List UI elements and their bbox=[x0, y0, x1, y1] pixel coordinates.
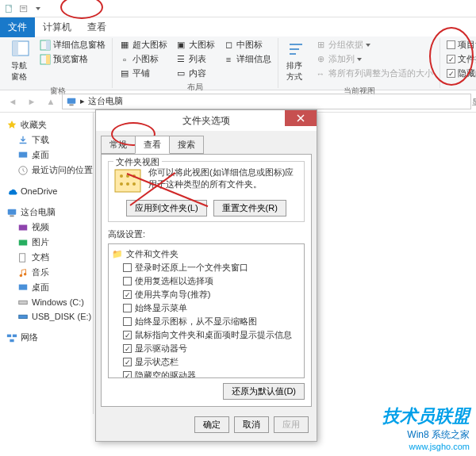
drive-icon bbox=[17, 297, 29, 308]
pictures-icon bbox=[17, 237, 29, 248]
svg-rect-16 bbox=[19, 151, 28, 157]
ribbon-group-current: 排序方式 ⊞分组依据 ⊕添加列 ↔将所有列调整为合适的大小 当前视图 bbox=[278, 38, 440, 88]
sidebar-music[interactable]: 音乐 bbox=[0, 265, 93, 280]
adv-item-label: 使用共享向导(推荐) bbox=[135, 289, 210, 301]
dialog-title: 文件夹选项 bbox=[182, 114, 230, 128]
layout-sm[interactable]: ▫小图标 bbox=[117, 52, 169, 66]
adv-checkbox-item[interactable]: 登录时还原上一个文件夹窗口 bbox=[112, 261, 301, 274]
tab-view[interactable]: 查看 bbox=[79, 17, 114, 37]
checkbox-icon bbox=[123, 344, 132, 353]
ribbon-group-panes: 导航窗格 详细信息窗格 预览窗格 窗格 bbox=[3, 38, 113, 88]
sidebar-downloads[interactable]: 下载 bbox=[0, 132, 93, 148]
tab-file[interactable]: 文件 bbox=[0, 17, 35, 37]
layout-list[interactable]: ☰列表 bbox=[174, 52, 217, 66]
watermark-sub: Win8 系统之家 bbox=[382, 428, 470, 442]
sidebar-onedrive[interactable]: OneDrive bbox=[0, 184, 93, 198]
svg-rect-28 bbox=[7, 334, 11, 337]
usb-icon bbox=[17, 311, 29, 322]
sidebar-usb[interactable]: USB_DISK (E:) bbox=[0, 309, 93, 324]
apply-to-folders-button[interactable]: 应用到文件夹(L) bbox=[126, 200, 206, 217]
svg-point-23 bbox=[20, 274, 23, 277]
desktop-icon bbox=[17, 150, 29, 161]
sidebar-videos[interactable]: 视频 bbox=[0, 220, 93, 235]
layout-lg[interactable]: ▣大图标 bbox=[174, 38, 217, 52]
layout-content[interactable]: ▭内容 bbox=[174, 67, 217, 80]
dialog-tab-search[interactable]: 搜索 bbox=[169, 136, 204, 154]
sidebar-pictures[interactable]: 图片 bbox=[0, 235, 93, 250]
groupby-button[interactable]: ⊞分组依据 bbox=[313, 38, 435, 52]
adv-checkbox-item[interactable]: 使用复选框以选择项 bbox=[112, 274, 301, 288]
sidebar-recent[interactable]: 最近访问的位置 bbox=[0, 163, 93, 178]
adv-checkbox-item[interactable]: 鼠标指向文件夹和桌面项时显示提示信息 bbox=[112, 328, 301, 342]
folder-views-text: 你可以将此视图(如详细信息或图标)应用于这种类型的所有文件夹。 bbox=[148, 167, 299, 191]
breadcrumb[interactable]: ▸ 这台电脑 bbox=[62, 94, 471, 109]
nav-up[interactable]: ▲ bbox=[43, 94, 59, 109]
advanced-settings-list[interactable]: 📁文件和文件夹登录时还原上一个文件夹窗口使用复选框以选择项使用共享向导(推荐)始… bbox=[108, 243, 305, 378]
details-pane-button[interactable]: 详细信息窗格 bbox=[38, 38, 107, 52]
preview-pane-button[interactable]: 预览窗格 bbox=[38, 52, 107, 66]
music-icon bbox=[17, 267, 29, 278]
svg-rect-22 bbox=[20, 253, 25, 262]
qat-dropdown-icon[interactable] bbox=[32, 2, 44, 15]
nav-pane-button[interactable]: 导航窗格 bbox=[8, 38, 33, 84]
ok-button[interactable]: 确定 bbox=[194, 416, 229, 433]
adv-checkbox-item[interactable]: 隐藏空的驱动器 bbox=[112, 369, 301, 378]
nav-back[interactable]: ◄ bbox=[5, 94, 21, 109]
checkbox-icon bbox=[123, 317, 132, 326]
sidebar-cdrive[interactable]: Windows (C:) bbox=[0, 295, 93, 309]
pc-icon bbox=[6, 207, 17, 218]
layout-xl[interactable]: ▦超大图标 bbox=[117, 38, 169, 52]
tab-computer[interactable]: 计算机 bbox=[35, 17, 79, 37]
cancel-button[interactable]: 取消 bbox=[234, 416, 269, 433]
restore-defaults-button[interactable]: 还原为默认值(D) bbox=[223, 383, 305, 400]
folder-options-dialog: 文件夹选项 常规 查看 搜索 文件夹视图 你可以将此视图(如详细信息或图标)应用… bbox=[95, 109, 317, 442]
qat-file-icon[interactable] bbox=[3, 2, 16, 15]
autosize-button[interactable]: ↔将所有列调整为合适的大小 bbox=[313, 67, 435, 80]
item-checkboxes-toggle[interactable]: 项目复选框 bbox=[445, 38, 476, 52]
sidebar-desktop2[interactable]: 桌面 bbox=[0, 280, 93, 295]
svg-rect-27 bbox=[19, 315, 28, 318]
sidebar-network[interactable]: 网络 bbox=[0, 330, 93, 345]
dialog-body: 文件夹视图 你可以将此视图(如详细信息或图标)应用于这种类型的所有文件夹。 应用… bbox=[101, 154, 312, 407]
layout-details[interactable]: ≡详细信息 bbox=[221, 52, 273, 66]
layout-md[interactable]: ◻中图标 bbox=[221, 38, 273, 52]
svg-rect-14 bbox=[67, 98, 76, 103]
sidebar-desktop[interactable]: 桌面 bbox=[0, 148, 93, 163]
reset-folders-button[interactable]: 重置文件夹(R) bbox=[213, 200, 286, 217]
sidebar-documents[interactable]: 文档 bbox=[0, 250, 93, 265]
breadcrumb-root: 这台电脑 bbox=[88, 95, 123, 107]
sidebar: 收藏夹 下载 桌面 最近访问的位置 OneDrive 这台电脑 视频 图片 文档… bbox=[0, 113, 94, 414]
ribbon-group-showhide: 项目复选框 文件扩展名 隐藏的项目 隐藏 所选项目 显示/隐藏 bbox=[440, 38, 476, 88]
nav-forward[interactable]: ► bbox=[24, 94, 40, 109]
sort-button[interactable]: 排序方式 bbox=[283, 38, 309, 84]
dialog-close-button[interactable] bbox=[285, 110, 317, 126]
adv-checkbox-item[interactable]: 使用共享向导(推荐) bbox=[112, 288, 301, 301]
adv-item-label: 鼠标指向文件夹和桌面项时显示提示信息 bbox=[135, 329, 292, 341]
svg-point-37 bbox=[126, 182, 129, 186]
checkbox-icon bbox=[123, 331, 132, 339]
adv-checkbox-item[interactable]: 显示驱动器号 bbox=[112, 342, 301, 355]
hidden-items-toggle[interactable]: 隐藏的项目 bbox=[445, 67, 476, 80]
layout-tiles[interactable]: ▤平铺 bbox=[117, 67, 169, 80]
recent-icon bbox=[17, 165, 29, 176]
sidebar-thispc[interactable]: 这台电脑 bbox=[0, 205, 93, 220]
adv-item-label: 文件和文件夹 bbox=[126, 248, 178, 260]
svg-rect-0 bbox=[6, 5, 12, 12]
apply-button[interactable]: 应用 bbox=[274, 416, 309, 433]
adv-checkbox-item[interactable]: 显示状态栏 bbox=[112, 355, 301, 369]
qat-properties-icon[interactable] bbox=[17, 2, 30, 15]
watermark: 技术员联盟 Win8 系统之家 www.jsgho.com bbox=[382, 404, 470, 451]
adv-checkbox-item[interactable]: 始终显示菜单 bbox=[112, 301, 301, 315]
adv-checkbox-item[interactable]: 始终显示图标，从不显示缩略图 bbox=[112, 315, 301, 328]
file-ext-toggle[interactable]: 文件扩展名 bbox=[445, 52, 476, 66]
dialog-tab-view[interactable]: 查看 bbox=[135, 136, 170, 154]
svg-rect-19 bbox=[10, 215, 13, 217]
addcol-button[interactable]: ⊕添加列 bbox=[313, 52, 435, 66]
svg-rect-25 bbox=[19, 284, 28, 289]
desktop-icon bbox=[17, 282, 29, 293]
advanced-label: 高级设置: bbox=[108, 228, 305, 240]
svg-rect-21 bbox=[19, 239, 28, 245]
sidebar-favorites[interactable]: 收藏夹 bbox=[0, 117, 93, 132]
dialog-tab-general[interactable]: 常规 bbox=[101, 136, 136, 154]
adv-item-label: 登录时还原上一个文件夹窗口 bbox=[135, 262, 248, 274]
